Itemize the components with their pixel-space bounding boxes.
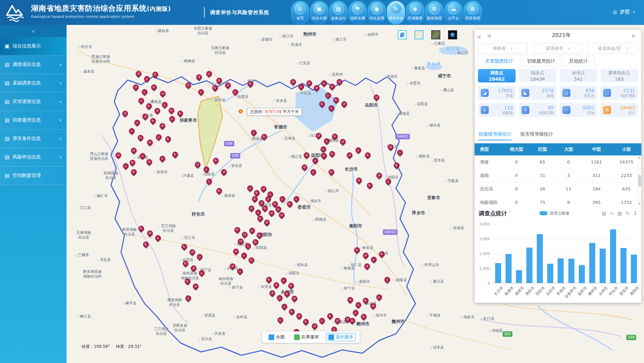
measure-point-icon[interactable]: ×: [239, 109, 243, 113]
satellite-thumb[interactable]: [431, 30, 440, 39]
bar-衡阳市[interactable]: [526, 248, 532, 283]
scroll-down-icon[interactable]: ▼: [639, 203, 640, 205]
nav-item-系统管理[interactable]: ⊞系统管理: [464, 1, 482, 24]
map-label-鹤峰县: 鹤峰县: [181, 59, 195, 64]
tab-灾害隐患统计[interactable]: 灾害隐患统计: [478, 55, 520, 67]
sidebar-collapse-button[interactable]: ‹: [0, 25, 67, 37]
bar-湘西州[interactable]: [631, 255, 637, 283]
map-tool-全图[interactable]: 全图: [266, 333, 287, 341]
collapse-arrow-icon: ◀: [477, 34, 481, 40]
table-row[interactable]: 地面塌陷07593951752: [475, 196, 641, 206]
street-map-thumb[interactable]: [414, 30, 424, 39]
ground-collapse-icon: ◡: [603, 89, 611, 97]
map-tool-距离量算[interactable]: 距离量算: [292, 333, 321, 341]
sidebar-item-灾情速报信息[interactable]: ▤灾情速报信息∨: [0, 93, 67, 111]
globe-thumb[interactable]: [448, 30, 457, 39]
refresh-icon[interactable]: ↻: [626, 211, 630, 216]
subtab-按灾情等级统计[interactable]: 按灾情等级统计: [520, 128, 553, 140]
region-select-2[interactable]: 请选择县/区∨: [588, 43, 638, 53]
bar-株洲市[interactable]: [506, 254, 512, 283]
map-label-铜鼓县: 铜鼓县: [416, 154, 430, 159]
chevron-down-icon[interactable]: ∨: [633, 10, 635, 14]
map-tool-面积量算[interactable]: 面积量算: [326, 333, 356, 341]
eye-icon[interactable]: ◎: [613, 9, 617, 15]
map-label-安乡县: 安乡县: [273, 99, 287, 103]
sidebar-item-切坡建房信息[interactable]: ▤切坡建房信息∨: [0, 111, 67, 130]
stat-card-速报点[interactable]: 速报点541: [560, 69, 597, 82]
bar-岳阳市[interactable]: [547, 264, 553, 283]
subtab-按规模等级统计[interactable]: 按规模等级统计: [479, 128, 512, 140]
bar-娄底市[interactable]: [620, 248, 627, 283]
area-measure-icon: [328, 334, 334, 340]
bar-湘潭市[interactable]: [516, 270, 522, 283]
region-select-0[interactable]: 湖南省∨: [478, 43, 528, 53]
region-select-1[interactable]: 请选择市∨: [533, 43, 583, 53]
tab-其他统计[interactable]: 其他统计: [562, 55, 595, 67]
bar-chart-icon[interactable]: ▥: [617, 211, 622, 216]
bar-益阳市[interactable]: [579, 265, 585, 283]
stat-card-重要隐患点[interactable]: 重要隐患点183: [601, 69, 638, 82]
bar-长沙市[interactable]: [495, 263, 501, 283]
bar-常德市[interactable]: [558, 258, 564, 283]
marker-glyph-icon: ∪: [207, 71, 212, 76]
layers-icon[interactable]: [398, 30, 407, 39]
marker-glyph-icon: ∪: [156, 235, 161, 241]
nav-item-综合监测[interactable]: ◉综合监测: [368, 1, 386, 24]
sidebar-item-综合信息展示[interactable]: ▣综合信息展示: [0, 37, 67, 56]
marker-glyph-icon: ↻: [394, 163, 399, 168]
tab-切坡建房统计[interactable]: 切坡建房统计: [520, 55, 562, 67]
download-icon[interactable]: ↧: [633, 211, 637, 216]
nav-item-调查评价[interactable]: ✎调查评价: [387, 1, 405, 24]
scroll-up-icon[interactable]: ▲: [639, 156, 640, 159]
panel-collapse-button[interactable]: ◀: [477, 34, 481, 40]
table-row[interactable]: 崩塌03133112233: [475, 169, 641, 182]
nav-item-区域预警[interactable]: ◈区域预警: [406, 1, 424, 24]
chart-toolbar: ▤∿▥↻↧: [602, 211, 637, 216]
type-stat-label: 滑坡: [506, 93, 513, 98]
data-view-icon[interactable]: ▤: [602, 211, 606, 216]
line-chart-icon[interactable]: ∿: [610, 211, 614, 216]
scrollbar-thumb[interactable]: [638, 175, 641, 186]
nav-item-label: 首页: [296, 16, 304, 21]
map-tool-label: 距离量算: [301, 334, 319, 340]
marker-glyph-icon: ↻: [328, 314, 333, 319]
bar-张家界市[interactable]: [568, 259, 574, 283]
bar-郴州市[interactable]: [589, 243, 595, 283]
bar-永州市[interactable]: [600, 249, 606, 283]
sidebar-item-孕灾条件信息[interactable]: ▤孕灾条件信息∨: [0, 130, 67, 148]
marker-glyph-icon: ↻: [262, 134, 267, 139]
chevron-down-icon: ∨: [510, 46, 513, 50]
map-label-祁东县: 祁东县: [294, 263, 308, 267]
nav-item-指挥支撑[interactable]: ⚑指挥支撑: [349, 1, 367, 24]
nav-item-业务运行[interactable]: ▤业务运行: [329, 1, 348, 24]
stat-card-隐患点[interactable]: 隐患点18434: [519, 69, 557, 82]
sidebar-item-空间数据管理[interactable]: ▤空间数据管理: [0, 167, 67, 185]
bar-邵阳市[interactable]: [537, 234, 543, 283]
marker-glyph-icon: ↻: [253, 240, 258, 245]
stat-card-value: 541: [574, 76, 583, 82]
sidebar-item-基础调查信息[interactable]: ▤基础调查信息∨: [0, 74, 67, 93]
marker-glyph-icon: ↺: [269, 211, 274, 216]
table-row[interactable]: 泥石流02611184635: [475, 182, 641, 196]
bar-怀化市[interactable]: [610, 229, 616, 283]
nav-item-首页[interactable]: ⌂首页: [291, 1, 309, 24]
marker-glyph-icon: ↻: [330, 84, 335, 89]
table-scrollbar[interactable]: ▲ ▼: [637, 155, 641, 206]
nav-item-数据管理[interactable]: ⚙数据管理: [425, 1, 443, 24]
main-nav: ⌂首页▣综合大屏▤业务运行⚑指挥支撑◉综合监测✎调查评价◈区域预警⚙数据管理☁云…: [291, 1, 482, 24]
table-cell: 0: [504, 186, 529, 191]
chart-legend[interactable]: 调查点数量: [507, 211, 602, 216]
sidebar-item-风险评估信息[interactable]: ▤风险评估信息∨: [0, 148, 67, 167]
marker-glyph-icon: ∪: [311, 170, 316, 175]
marker-glyph-icon: ↻: [379, 252, 385, 257]
next-year-button[interactable]: ▶: [630, 33, 638, 39]
table-row[interactable]: 滑坡0650116116375: [475, 155, 641, 169]
nav-item-综合大屏[interactable]: ▣综合大屏: [310, 1, 328, 24]
prev-year-button[interactable]: ◀: [485, 33, 493, 39]
stat-card-调查点[interactable]: 调查点28462: [478, 69, 516, 82]
user-menu[interactable]: ◎ 梦图 ∨: [613, 9, 635, 15]
stat-card-label: 隐患点: [531, 70, 544, 76]
nav-item-云平台[interactable]: ☁云平台: [444, 1, 462, 24]
sidebar-item-调查项目信息[interactable]: ▤调查项目信息∨: [0, 56, 67, 74]
type-stat-value: 5001: [582, 105, 595, 110]
